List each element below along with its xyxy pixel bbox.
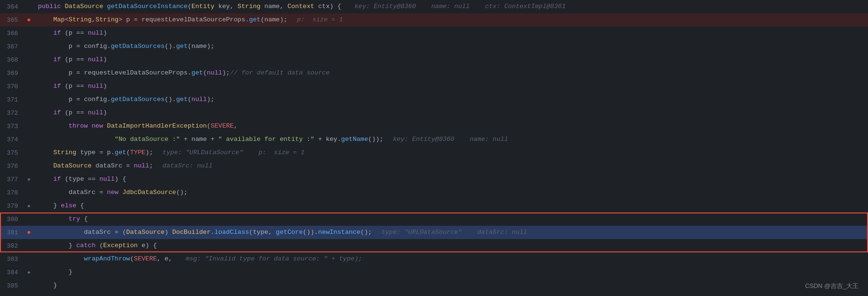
code-tokens: try {: [34, 213, 868, 226]
token-fn: getDataSources: [111, 96, 164, 103]
token-kw: new: [91, 122, 107, 130]
token-type: Map: [53, 16, 64, 23]
line-number: 374: [0, 136, 24, 143]
token-var: config: [84, 43, 107, 50]
line-number: 384: [0, 269, 24, 276]
token-fn: get: [191, 69, 203, 76]
token-punct: (: [130, 255, 134, 262]
code-line: 365● Map<String,String> p = requestLevel…: [0, 13, 868, 27]
fold-icon: ◆: [27, 269, 30, 275]
line-number: 378: [0, 189, 24, 196]
token-punct: <: [65, 16, 69, 23]
code-line: 370 if (p == null): [0, 80, 868, 93]
code-line: 380 try {: [0, 213, 868, 226]
indent: [38, 268, 69, 276]
code-tokens: } catch (Exception e) {: [34, 239, 868, 252]
token-punct: =: [96, 149, 107, 156]
token-punct: (: [188, 96, 191, 103]
debug-hint: dataSrc: null: [163, 162, 212, 169]
token-param: TYPE: [130, 149, 145, 156]
fold-icon: ◆: [27, 176, 30, 182]
fold-icon: ◆: [27, 203, 30, 209]
indent: [38, 162, 53, 169]
token-str: "No dataSource :": [115, 136, 180, 143]
token-punct: ()).: [303, 229, 318, 236]
token-punct: ==: [72, 56, 88, 63]
token-punct: );: [145, 149, 153, 156]
indent: [38, 16, 53, 23]
token-punct: }: [53, 202, 61, 209]
code-tokens: public DataSource getDataSourceInstance(…: [34, 0, 868, 13]
indent: [38, 136, 115, 143]
debug-hint: p: size = 1: [297, 16, 343, 23]
token-punct: (: [249, 229, 253, 236]
line-number: 382: [0, 242, 24, 250]
indent: [38, 215, 69, 222]
token-punct: =: [72, 43, 84, 50]
token-kw: null: [191, 96, 207, 103]
token-var: dataSrc: [69, 189, 96, 196]
line-number: 371: [0, 96, 24, 103]
token-var: p: [69, 109, 72, 116]
token-kw: catch: [76, 242, 99, 249]
code-tokens: throw new DataImportHandlerException(SEV…: [34, 120, 868, 133]
line-number: 380: [0, 216, 24, 223]
token-type: DataImportHandlerException: [107, 122, 207, 130]
indent: [38, 109, 53, 116]
code-tokens: if (p == null): [34, 106, 868, 120]
token-type: DocBuilder: [172, 229, 211, 236]
token-var: type: [69, 176, 84, 183]
code-tokens: if (type == null) {: [34, 173, 868, 186]
indent: [38, 189, 69, 196]
token-punct: ): [103, 83, 107, 90]
line-number: 367: [0, 43, 24, 50]
code-tokens: String type = p.get(TYPE);type: "URLData…: [34, 146, 868, 159]
indent: [38, 96, 69, 103]
token-kw: null: [207, 69, 222, 76]
token-punct: =: [122, 162, 134, 169]
token-punct: ().: [164, 43, 176, 50]
token-type: String: [53, 149, 80, 156]
indent: [38, 83, 53, 90]
code-line: 377◆ if (type == null) {: [0, 173, 868, 186]
line-number: 379: [0, 203, 24, 210]
token-fn: get: [115, 149, 126, 156]
token-var: name: [191, 43, 207, 50]
token-comment: // for default data source: [230, 69, 330, 76]
code-line: 376 DataSource dataSrc = null;dataSrc: n…: [0, 159, 868, 173]
token-punct: =: [72, 96, 84, 103]
token-punct: (: [65, 176, 69, 183]
code-tokens: if (p == null): [34, 53, 868, 66]
token-kw: throw: [69, 122, 92, 130]
error-breakpoint-icon: ●: [27, 229, 31, 236]
indent: [38, 149, 53, 156]
token-type: Context: [288, 3, 318, 10]
token-type: DataSource: [53, 162, 95, 169]
line-number: 377: [0, 176, 24, 183]
token-var: name: [264, 16, 280, 23]
token-punct: );: [280, 16, 287, 23]
line-number: 366: [0, 30, 24, 37]
code-editor: 364public DataSource getDataSourceInstan…: [0, 0, 868, 296]
code-tokens: p = requestLevelDataSourceProps.get(null…: [34, 66, 868, 80]
token-type: JdbcDataSource: [122, 189, 176, 196]
token-punct: +: [207, 136, 218, 143]
indent: [38, 56, 53, 63]
code-line: 364public DataSource getDataSourceInstan…: [0, 0, 868, 13]
line-number: 370: [0, 83, 24, 90]
indent: [38, 255, 84, 262]
token-fn: get: [249, 16, 261, 23]
token-punct: {: [80, 202, 84, 209]
token-punct: ==: [72, 83, 88, 90]
code-line: 369 p = requestLevelDataSourceProps.get(…: [0, 66, 868, 80]
token-punct: ,: [280, 3, 287, 10]
token-punct: ) {: [115, 176, 126, 183]
token-type: String: [96, 16, 119, 23]
token-kw: null: [88, 56, 103, 63]
token-type: Entity: [191, 3, 218, 10]
token-punct: (: [65, 109, 69, 116]
code-line: 384◆ }: [0, 266, 868, 279]
token-punct: ,: [268, 229, 276, 236]
token-var: p: [69, 43, 72, 50]
token-punct: .: [111, 149, 115, 156]
